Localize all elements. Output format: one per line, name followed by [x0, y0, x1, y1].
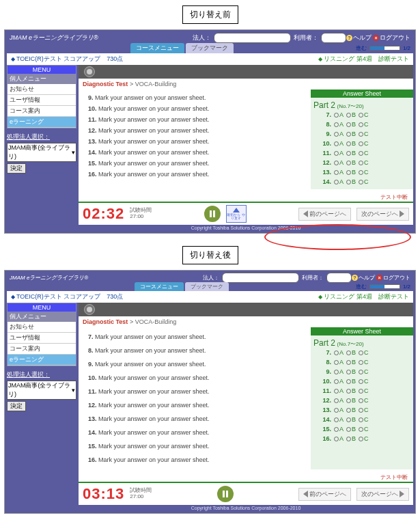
menu-item-course[interactable]: コース案内 [8, 344, 76, 355]
next-button[interactable]: 次のページへ [356, 488, 409, 501]
user-select[interactable]: 受講者 [326, 273, 352, 283]
restart-button[interactable]: 最初から やり直す [226, 205, 247, 223]
answer-option[interactable]: C [359, 140, 369, 147]
answer-option[interactable]: B [346, 121, 356, 128]
help-button[interactable]: ?ヘルプ [346, 33, 372, 42]
answer-option[interactable]: B [346, 387, 356, 394]
decide-button[interactable]: 決定 [7, 401, 26, 411]
answer-option[interactable]: C [359, 397, 369, 404]
answer-option[interactable]: A [334, 111, 344, 118]
answer-option[interactable]: B [346, 111, 356, 118]
radio-icon [346, 389, 351, 394]
answer-option[interactable]: A [334, 407, 344, 413]
answer-option[interactable]: B [346, 407, 356, 413]
menu-item-news[interactable]: お知らせ [8, 322, 76, 333]
vendor-logo-icon [84, 304, 95, 315]
radio-icon [359, 132, 363, 137]
question-item: 14. Mark your answer on your answer shee… [88, 426, 305, 439]
tab-course-menu[interactable]: コースメニュー [135, 282, 184, 291]
menu-item-user[interactable]: ユーザ情報 [8, 333, 76, 344]
pause-button[interactable] [217, 486, 234, 502]
answer-option[interactable]: C [359, 387, 369, 394]
answer-option[interactable]: C [359, 150, 369, 156]
answer-option[interactable]: B [346, 159, 356, 166]
answer-option[interactable]: A [334, 159, 344, 166]
answer-option[interactable]: B [346, 416, 356, 423]
answer-option[interactable]: B [346, 368, 356, 375]
answer-option[interactable]: C [359, 130, 369, 137]
answer-row: 8.ABC [313, 357, 410, 367]
crumb-section[interactable]: VOCA-Building [135, 81, 177, 87]
answer-option[interactable]: B [346, 426, 356, 432]
crumb-section[interactable]: VOCA-Building [135, 318, 177, 325]
prev-button[interactable]: 前のページへ [298, 488, 351, 501]
answer-option[interactable]: B [346, 397, 356, 404]
tab-bookmark[interactable]: ブックマーク [185, 282, 229, 291]
decide-button[interactable]: 決定 [7, 163, 26, 174]
menu-item-news[interactable]: お知らせ [8, 84, 76, 95]
answer-option[interactable]: B [346, 349, 356, 356]
menu-item-user[interactable]: ユーザ情報 [8, 95, 76, 106]
menu-item-course[interactable]: コース案内 [8, 106, 76, 117]
answer-option[interactable]: C [359, 169, 369, 176]
answer-option[interactable]: B [346, 169, 356, 176]
menu-item-elearning[interactable]: eラーニング [8, 117, 76, 128]
tab-bookmark[interactable]: ブックマーク [186, 43, 234, 53]
answer-option[interactable]: A [334, 130, 344, 137]
answer-option[interactable]: A [334, 426, 344, 432]
answer-option[interactable]: C [359, 178, 369, 185]
user-select[interactable]: 受講者 [321, 33, 346, 43]
answer-option[interactable]: A [334, 368, 344, 375]
answer-option[interactable]: C [359, 359, 369, 366]
answer-option[interactable]: A [334, 359, 344, 366]
logout-button[interactable]: ×ログアウト [373, 33, 410, 42]
crumb-test[interactable]: Diagnostic Test [83, 81, 128, 87]
radio-icon [359, 370, 363, 374]
answer-option[interactable]: A [334, 178, 344, 185]
answer-option[interactable]: A [334, 378, 344, 385]
answer-option[interactable]: C [359, 121, 369, 128]
answer-option[interactable]: B [346, 359, 356, 366]
answer-option[interactable]: A [334, 397, 344, 404]
crumb-test[interactable]: Diagnostic Test [83, 318, 128, 325]
answer-option[interactable]: C [359, 368, 369, 375]
corp-dropdown[interactable]: JMAM商事(全ライブラリ)▾ [7, 381, 76, 400]
menu-item-elearning[interactable]: eラーニング [8, 355, 76, 366]
answer-option[interactable]: A [334, 121, 344, 128]
answer-option[interactable]: C [359, 407, 369, 413]
prev-button[interactable]: 前のページへ [298, 208, 351, 221]
answer-option[interactable]: C [359, 159, 369, 166]
corp-select[interactable]: JMAM商事(全ライブラリ) [214, 33, 292, 43]
answer-option[interactable]: B [346, 140, 356, 147]
answer-option[interactable]: C [359, 111, 369, 118]
answer-option[interactable]: A [334, 140, 344, 147]
answer-option[interactable]: C [359, 378, 369, 385]
answer-option[interactable]: A [334, 169, 344, 176]
answer-option[interactable]: C [359, 435, 369, 442]
radio-icon [359, 113, 363, 118]
corp-dropdown[interactable]: JMAM商事(全ライブラリ)▾ [7, 143, 76, 162]
answer-option[interactable]: A [334, 349, 344, 356]
next-button[interactable]: 次のページへ [356, 208, 409, 221]
pause-button[interactable] [204, 206, 221, 222]
corp-select[interactable]: JMAM商事(全ライブラリ) [222, 273, 300, 283]
answer-option[interactable]: B [346, 435, 356, 442]
question-item: 14. Mark your answer on your answer shee… [88, 147, 305, 158]
answer-option[interactable]: B [346, 378, 356, 385]
radio-icon [334, 379, 339, 384]
answer-option[interactable]: A [334, 387, 344, 394]
tab-course-menu[interactable]: コースメニュー [130, 43, 184, 53]
answer-option[interactable]: C [359, 426, 369, 432]
logout-button[interactable]: ×ログアウト [376, 274, 410, 281]
help-button[interactable]: ?ヘルプ [352, 274, 375, 281]
answer-option[interactable]: B [346, 178, 356, 185]
radio-icon [334, 437, 339, 441]
answer-option[interactable]: A [334, 416, 344, 423]
answer-option[interactable]: C [359, 416, 369, 423]
answer-option[interactable]: C [359, 349, 369, 356]
answer-option[interactable]: B [346, 130, 356, 137]
answer-option[interactable]: A [334, 150, 344, 156]
answer-option[interactable]: B [346, 150, 356, 156]
radio-icon [346, 360, 351, 365]
answer-option[interactable]: A [334, 435, 344, 442]
